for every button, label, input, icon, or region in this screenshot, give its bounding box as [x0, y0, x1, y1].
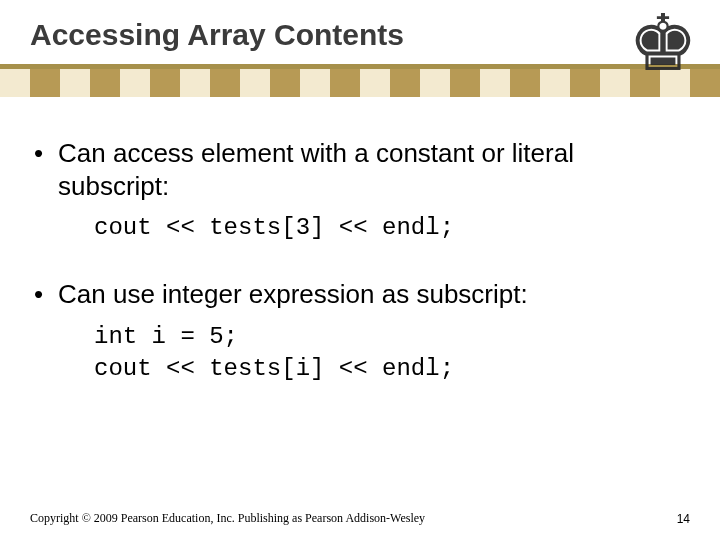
code-block: int i = 5; cout << tests[i] << endl;	[94, 321, 682, 386]
chess-king-icon: ♚	[628, 4, 698, 82]
page-number: 14	[677, 512, 690, 526]
bullet-item: Can use integer expression as subscript:…	[58, 278, 682, 385]
bullet-text: Can use integer expression as subscript:	[58, 278, 682, 311]
page-title: Accessing Array Contents	[30, 18, 690, 52]
slide-content: Can access element with a constant or li…	[0, 97, 720, 386]
slide-header: Accessing Array Contents	[0, 0, 720, 64]
bullet-text: Can access element with a constant or li…	[58, 137, 682, 202]
bullet-item: Can access element with a constant or li…	[58, 137, 682, 244]
checkerboard-strip	[0, 69, 720, 97]
slide-footer: Copyright © 2009 Pearson Education, Inc.…	[30, 511, 690, 526]
copyright-text: Copyright © 2009 Pearson Education, Inc.…	[30, 511, 425, 526]
code-block: cout << tests[3] << endl;	[94, 212, 682, 244]
